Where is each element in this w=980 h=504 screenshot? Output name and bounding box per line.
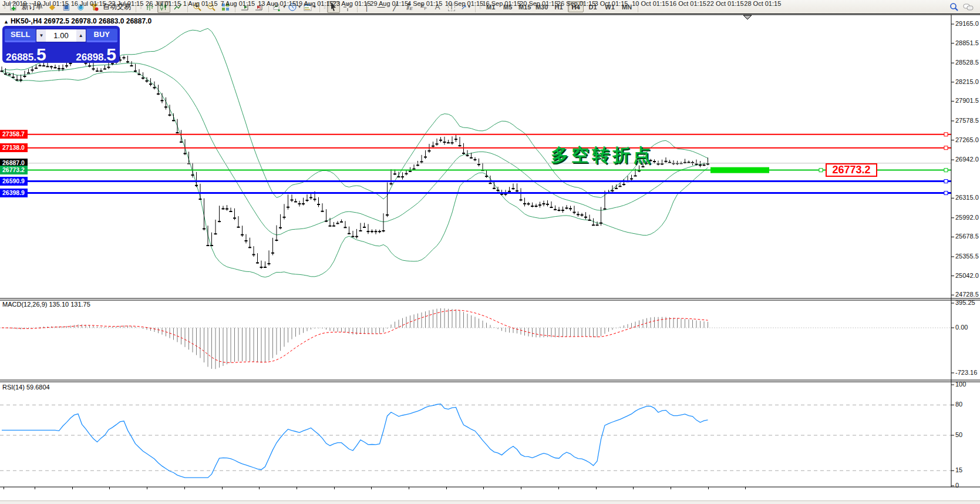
timeframe-m5-button[interactable]: M5 [500,1,516,12]
toolbar-separator [136,2,136,12]
text-icon: A [435,2,440,11]
gold-chart-button[interactable]: ◆ [46,1,59,13]
timeframe-m15-button[interactable]: M15 [517,1,533,12]
auto-scroll-button[interactable] [238,1,251,13]
timeframe-m1-button[interactable]: M1 [483,1,499,12]
search-button[interactable] [948,1,961,13]
mt4-window: { "toolbar": { "new_order_label": "新订单",… [0,0,980,504]
terminal-icon: ▣ [63,2,70,11]
dropdown-caret: ▾ [314,4,316,9]
equidistant-channel-icon: ∥E [406,2,412,11]
pane-borders [0,15,980,487]
toolbar-separator [268,2,269,12]
toolbar-separator [638,2,638,12]
buy-button[interactable]: BUY [86,29,117,42]
zoom-in-icon [193,2,202,12]
cursor-icon [329,2,338,12]
text-button[interactable]: A [431,1,444,13]
sell-price: 26885.5 [6,47,46,62]
sell-button[interactable]: SELL [5,29,36,42]
trendline-icon: ╱ [393,2,398,11]
toolbar-grip: ⁞⁞ [324,4,325,10]
timeframe-h4-button[interactable]: H4 [568,1,584,12]
trendline-button[interactable]: ╱ [389,1,402,13]
chart-text-annotation[interactable]: 多空转折点 [551,143,654,167]
chart-shift-button[interactable] [252,1,265,13]
candlestick-icon [159,2,169,12]
autotrade-icon [90,2,99,12]
volume-field[interactable]: 1.00 [46,29,76,42]
autotrade-label[interactable]: 自动交易 [103,2,131,12]
zoom-in-button[interactable] [191,1,204,13]
text-label-icon: T [448,3,456,11]
volume-increase-button[interactable]: ▲ [76,29,86,42]
vertical-line-icon: │ [365,2,369,11]
new-order-button[interactable] [7,1,20,13]
vertical-line-button[interactable]: │ [361,1,373,13]
text-label-button[interactable]: T [445,1,458,13]
toolbar-separator [235,2,235,12]
toolbar-grip: ⁞⁞ [140,4,142,10]
terminal-button[interactable]: ▣ [60,1,73,13]
toolbar: ⁞⁞ 新订单 ◆ ▣ ◉ 自动交易 ⁞⁞ ▾ ▾ ▾ [0,0,980,14]
line-chart-icon [173,2,183,12]
timeframe-group: M1M5M15M30H1H4D1W1MN [482,1,635,12]
chart-canvas[interactable] [0,14,980,504]
dropdown-caret: ▾ [298,4,301,9]
add-indicator-icon [272,2,282,12]
equidistant-channel-button[interactable]: ∥E [403,1,416,13]
highlight-bar [710,167,769,173]
hline-objects [0,133,951,195]
chat-button[interactable] [962,1,975,13]
fibonacci-icon: ≡F [420,2,427,11]
candlestick-chart-button[interactable] [157,1,170,13]
price-callout-box[interactable]: 26773.2 [826,163,877,177]
search-icon [949,2,959,12]
new-order-label[interactable]: 新订单 [22,2,43,12]
one-click-trade-panel: SELL ▼ 1.00 ▲ BUY 26885.5 26898.5 [2,26,120,63]
crosshair-icon [343,2,352,12]
timeframe-h1-button[interactable]: H1 [551,1,567,12]
timeframe-d1-button[interactable]: D1 [585,1,601,12]
volume-decrease-button[interactable]: ▼ [36,29,46,42]
symbol-marker-icon: ▲ [4,19,9,25]
templates-button[interactable]: ▾ [302,1,316,13]
buy-price: 26898.5 [76,47,116,62]
tile-windows-button[interactable] [219,1,232,13]
callout-anchor [819,169,823,172]
chart-shift-icon [254,2,264,12]
toolbar-grip: ⁞⁞ [479,4,481,10]
crosshair-button[interactable] [341,1,354,13]
toolbar-separator [319,2,320,12]
auto-scroll-icon [240,2,250,12]
templates-icon [303,2,312,12]
bar-chart-button[interactable] [143,1,156,13]
timeframe-mn-button[interactable]: MN [619,1,635,12]
arrows-button[interactable]: ↗▾ [459,1,472,13]
macd-signal-line [2,310,708,362]
toolbar-grip: ⁞⁞ [4,4,5,10]
periods-clock-button[interactable]: ▾ [287,1,301,13]
hline-anchor [944,191,948,195]
toolbar-separator [187,2,188,12]
signals-button[interactable]: ◉ [74,1,87,13]
arrows-icon: ↗ [461,3,467,11]
toolbar-separator [357,2,358,12]
timeframe-m30-button[interactable]: M30 [534,1,550,12]
fibonacci-button[interactable]: ≡F [417,1,430,13]
horizontal-line-button[interactable]: — [375,1,388,13]
gold-chart-icon: ◆ [49,2,55,11]
autotrade-button[interactable] [88,1,101,13]
rsi-pane [0,404,951,478]
line-chart-button[interactable] [171,1,184,13]
new-order-icon [9,2,18,12]
timeframe-w1-button[interactable]: W1 [602,1,618,12]
hline-anchor [944,133,948,136]
add-indicator-button[interactable]: ▾ [272,1,286,13]
hline-anchor [944,180,948,183]
zoom-out-button[interactable] [205,1,218,13]
horizontal-line-icon: — [378,2,385,11]
cursor-button[interactable] [327,1,340,13]
dropdown-caret: ▾ [468,4,470,9]
chart-ohlc-title: ▲HK50-,H4 26972.5 26978.0 26883.0 26887.… [4,17,151,25]
